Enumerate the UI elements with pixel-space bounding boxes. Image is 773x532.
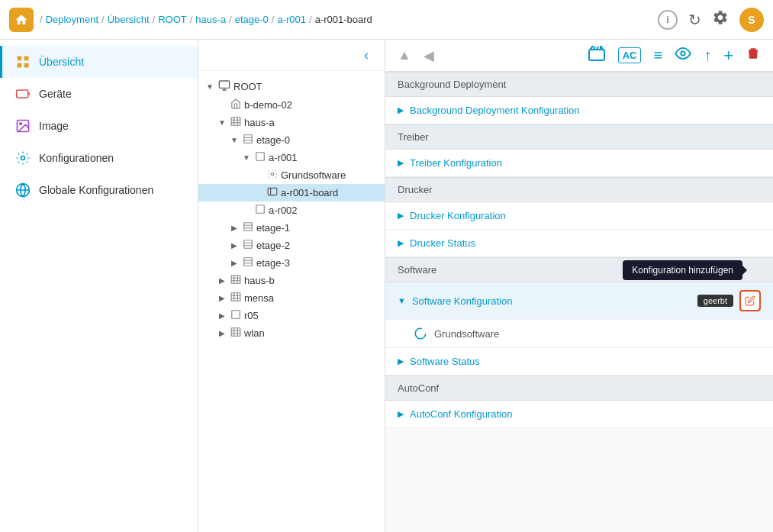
tree-node-wlan[interactable]: ▶ wlan <box>198 324 385 342</box>
breadcrumb-ubersicht[interactable]: Übersicht <box>108 14 150 25</box>
tree-label: wlan <box>244 327 265 339</box>
row-software-konfiguration[interactable]: ▼ Software Konfiguration geerbt <box>385 282 773 320</box>
svg-point-14 <box>271 172 274 176</box>
upload-btn[interactable]: ↑ <box>704 47 711 64</box>
chevron-icon: ▶ <box>398 105 404 115</box>
svg-rect-1 <box>24 56 29 61</box>
tree-node-hausa[interactable]: ▼ haus-a <box>198 114 385 131</box>
chevron-icon: ▶ <box>398 211 404 221</box>
svg-rect-0 <box>18 56 22 61</box>
tree-node-etage0[interactable]: ▼ etage-0 <box>198 131 385 149</box>
tree-node-etage1[interactable]: ▶ etage-1 <box>198 219 385 237</box>
add-btn[interactable]: + <box>723 46 733 66</box>
floor-icon <box>243 256 253 269</box>
sidebar-item-ubersicht[interactable]: Übersicht <box>0 46 198 78</box>
svg-rect-20 <box>244 258 253 266</box>
topbar-icons: i ↻ S <box>658 8 764 32</box>
tree-label: a-r001 <box>269 152 298 163</box>
row-background-deployment-konfiguration[interactable]: ▶ Background Deployment Konfiguration <box>385 97 773 124</box>
sidebar-konfigurationen-label: Konfigurationen <box>39 152 114 164</box>
tree-node-ar001[interactable]: ▼ a-r001 <box>198 149 385 166</box>
sort-up-btn[interactable]: ▲ <box>398 47 411 63</box>
tree-toolbar: ‹ <box>198 40 385 71</box>
sidebar-item-konfigurationen[interactable]: Konfigurationen <box>0 142 198 174</box>
home-button[interactable] <box>9 8 34 32</box>
root-icon <box>218 79 230 94</box>
tree-node-etage3[interactable]: ▶ etage-3 <box>198 254 385 272</box>
board-icon <box>267 186 278 199</box>
svg-rect-17 <box>256 205 265 214</box>
row-drucker-status[interactable]: ▶ Drucker Status <box>385 230 773 257</box>
breadcrumb-deployment[interactable]: Deployment <box>46 14 98 25</box>
svg-point-8 <box>21 156 25 160</box>
row-drucker-konfiguration[interactable]: ▶ Drucker Konfiguration <box>385 202 773 230</box>
svg-point-7 <box>20 123 21 125</box>
refresh-icon[interactable]: ↻ <box>688 11 701 29</box>
row-label: AutoConf Konfiguration <box>410 408 761 420</box>
breadcrumb-haus-a[interactable]: haus-a <box>195 14 226 25</box>
globale-icon <box>14 182 31 198</box>
tree-toggle: ▶ <box>217 311 227 320</box>
tree-toggle: ▼ <box>217 118 227 127</box>
info-icon[interactable]: i <box>658 10 678 30</box>
row-autoconf-konfiguration[interactable]: ▶ AutoConf Konfiguration <box>385 401 773 428</box>
house-icon <box>230 98 241 111</box>
tree-node-hausb[interactable]: ▶ haus-b <box>198 272 385 289</box>
floor-icon <box>243 239 253 252</box>
breadcrumb-etage-0[interactable]: etage-0 <box>235 14 269 25</box>
room-icon <box>230 309 241 322</box>
delete-btn[interactable] <box>746 45 761 66</box>
loading-spinner-icon <box>413 326 428 341</box>
row-treiber-konfiguration[interactable]: ▶ Treiber Konfiguration <box>385 150 773 177</box>
topbar: / Deployment / Übersicht / ROOT / haus-a… <box>0 0 773 40</box>
ac-btn[interactable]: AC <box>618 47 642 63</box>
tree-panel: ‹ ▼ ROOT b-demo-02 <box>198 40 385 532</box>
tree-node-ar001-board[interactable]: a-r001-board <box>198 184 385 202</box>
main-content: Übersicht Geräte Image Konfigurationen <box>0 40 773 532</box>
tree-node-root[interactable]: ▼ ROOT <box>198 77 385 96</box>
tree-node-grundsoftware[interactable]: Grundsoftware <box>198 166 385 184</box>
list-btn[interactable]: ≡ <box>653 47 662 64</box>
tree-toggle: ▶ <box>217 294 227 302</box>
sidebar-item-image[interactable]: Image <box>0 110 198 142</box>
section-header-software: Software Konfiguration hinzufügen <box>385 257 773 282</box>
room-icon <box>255 151 266 164</box>
eye-btn[interactable] <box>675 47 691 63</box>
row-label: Drucker Konfiguration <box>410 210 761 221</box>
row-label: Treiber Konfiguration <box>410 157 761 169</box>
tree-toggle-root: ▼ <box>205 82 215 91</box>
svg-rect-10 <box>219 81 229 88</box>
clapperboard-btn[interactable] <box>588 44 606 66</box>
edit-button[interactable] <box>739 290 761 311</box>
tree-node-etage2[interactable]: ▶ etage-2 <box>198 237 385 254</box>
svg-rect-24 <box>231 328 240 337</box>
image-icon <box>14 118 31 134</box>
chevron-icon: ▶ <box>398 158 404 168</box>
sidebar-item-globale-konfigurationen[interactable]: Globale Konfigurationen <box>0 174 198 206</box>
sidebar-image-label: Image <box>39 120 69 132</box>
sidebar-item-gerate[interactable]: Geräte <box>0 78 198 110</box>
building-icon <box>230 116 241 129</box>
row-software-status[interactable]: ▶ Software Status <box>385 348 773 376</box>
settings-icon[interactable] <box>712 9 729 30</box>
chevron-icon: ▶ <box>398 238 404 248</box>
chevron-down-icon: ▼ <box>398 296 406 305</box>
svg-rect-21 <box>231 276 240 284</box>
svg-rect-11 <box>231 118 240 126</box>
tree-node-bdemo[interactable]: b-demo-02 <box>198 96 385 114</box>
breadcrumb-root[interactable]: ROOT <box>158 14 187 25</box>
tree-node-ar002[interactable]: a-r002 <box>198 202 385 219</box>
tree-node-mensa[interactable]: ▶ mensa <box>198 289 385 307</box>
tree-toggle: ▼ <box>241 153 252 162</box>
tree-label: a-r001-board <box>281 187 338 198</box>
sub-row-grundsoftware[interactable]: Grundsoftware <box>385 320 773 348</box>
user-avatar[interactable]: S <box>739 8 764 32</box>
svg-point-30 <box>681 51 684 55</box>
row-label: Background Deployment Konfiguration <box>410 105 761 116</box>
breadcrumb-a-r001[interactable]: a-r001 <box>277 14 306 25</box>
tree-label: b-demo-02 <box>244 99 292 111</box>
sort-back-btn[interactable]: ◀ <box>424 47 434 64</box>
tree-collapse-btn[interactable]: ‹ <box>356 44 377 66</box>
tree-toggle: ▶ <box>229 224 240 232</box>
tree-node-r05[interactable]: ▶ r05 <box>198 307 385 324</box>
